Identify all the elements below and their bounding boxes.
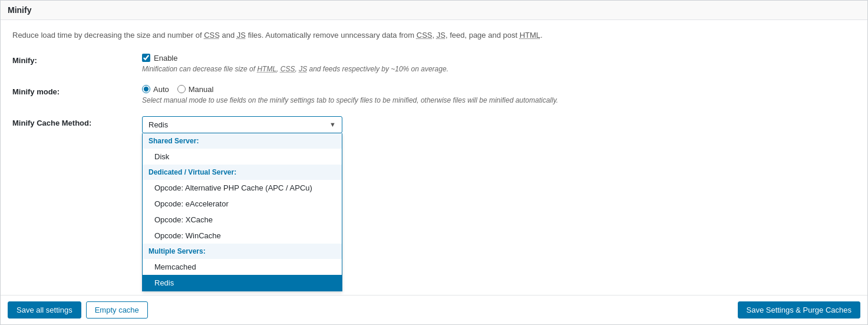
minify-enable-hint: Minification can decrease file size of H… xyxy=(142,65,856,73)
footer-left: Save all settings Empty cache xyxy=(8,301,148,319)
dropdown-item-disk[interactable]: Disk xyxy=(143,149,342,165)
dropdown-group-header-dedicated: Dedicated / Virtual Server: xyxy=(143,165,342,180)
minify-mode-auto-label: Auto xyxy=(153,85,169,94)
dropdown-item-apc[interactable]: Opcode: Alternative PHP Cache (APC / APC… xyxy=(143,180,342,196)
minify-enable-checkbox[interactable] xyxy=(142,54,150,62)
dropdown-item-eaccelerator[interactable]: Opcode: eAccelerator xyxy=(143,196,342,212)
minify-cache-method-control: Redis ▼ Shared Server: Disk Dedicated / … xyxy=(142,116,856,133)
page-wrapper: Minify Reduce load time by decreasing th… xyxy=(0,0,868,325)
minify-enable-row: Minify: Enable Minification can decrease… xyxy=(12,54,856,73)
minify-mode-auto-option: Auto xyxy=(142,85,169,94)
minify-cache-method-label: Minify Cache Method: xyxy=(12,116,142,127)
dropdown-item-redis[interactable]: Redis xyxy=(143,275,342,291)
description-text: Reduce load time by decreasing the size … xyxy=(12,29,856,42)
dropdown-item-wincache[interactable]: Opcode: WinCache xyxy=(143,228,342,244)
dropdown-group-header-multiple: Multiple Servers: xyxy=(143,244,342,259)
footer-right: Save Settings & Purge Caches xyxy=(738,301,861,319)
minify-enable-checkbox-label: Enable xyxy=(154,54,177,63)
dropdown-selected-value: Redis xyxy=(148,120,168,129)
minify-enable-control: Enable Minification can decrease file si… xyxy=(142,54,856,73)
chevron-down-icon: ▼ xyxy=(329,121,336,128)
minify-enable-checkbox-row: Enable xyxy=(142,54,856,63)
dropdown-group-header-shared: Shared Server: xyxy=(143,133,342,149)
minify-cache-method-row: Minify Cache Method: Redis ▼ Shared Serv… xyxy=(12,116,856,133)
minify-mode-auto-radio[interactable] xyxy=(142,85,150,93)
minify-mode-control: Auto Manual Select manual mode to use fi… xyxy=(142,85,856,104)
dropdown-selected[interactable]: Redis ▼ xyxy=(142,116,342,133)
dropdown-item-memcached[interactable]: Memcached xyxy=(143,259,342,275)
page-content: Reduce load time by decreasing the size … xyxy=(1,20,867,192)
minify-mode-radio-row: Auto Manual xyxy=(142,85,856,94)
save-purge-button[interactable]: Save Settings & Purge Caches xyxy=(738,301,861,319)
minify-mode-hint: Select manual mode to use fields on the … xyxy=(142,96,856,104)
dropdown-menu: Shared Server: Disk Dedicated / Virtual … xyxy=(142,133,342,291)
minify-mode-manual-radio[interactable] xyxy=(177,85,186,93)
minify-mode-row: Minify mode: Auto Manual Select manual m… xyxy=(12,85,856,104)
footer-bar: Save all settings Empty cache Save Setti… xyxy=(1,295,867,324)
minify-mode-manual-option: Manual xyxy=(177,85,214,94)
minify-mode-label: Minify mode: xyxy=(12,85,142,96)
save-all-button[interactable]: Save all settings xyxy=(8,301,81,319)
empty-cache-button[interactable]: Empty cache xyxy=(86,301,148,319)
minify-cache-method-dropdown[interactable]: Redis ▼ Shared Server: Disk Dedicated / … xyxy=(142,116,342,133)
page-title: Minify xyxy=(1,1,867,20)
dropdown-item-xcache[interactable]: Opcode: XCache xyxy=(143,212,342,228)
minify-enable-label: Minify: xyxy=(12,54,142,65)
minify-mode-manual-label: Manual xyxy=(189,85,214,94)
